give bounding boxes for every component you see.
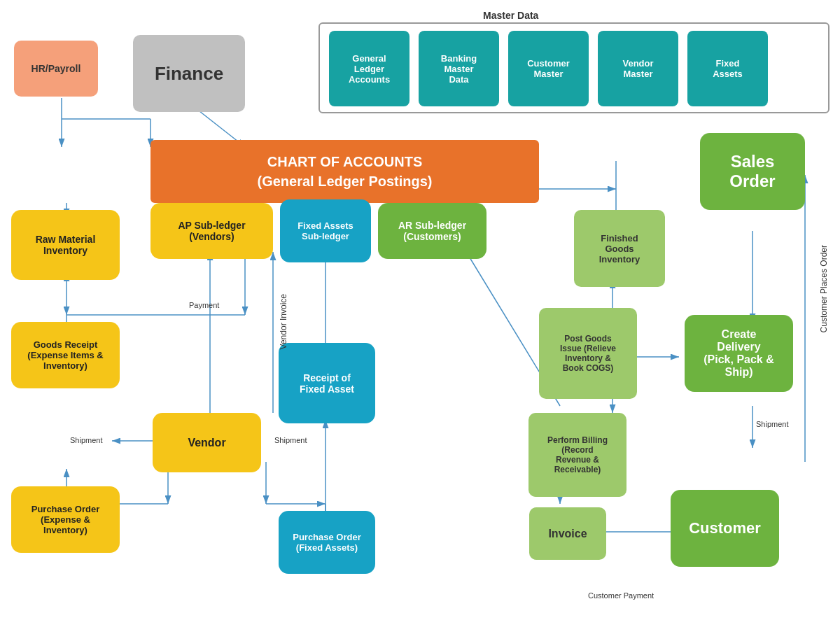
master-data-fixed-assets[interactable]: Fixed Assets	[687, 31, 768, 106]
post-goods-issue-box[interactable]: Post Goods Issue (Relieve Inventory & Bo…	[539, 308, 637, 399]
invoice-box[interactable]: Invoice	[529, 507, 606, 560]
master-data-banking[interactable]: Banking Master Data	[419, 31, 499, 106]
finance-box: Finance	[133, 35, 245, 112]
shipment2-label: Shipment	[274, 436, 307, 444]
finished-goods-box[interactable]: Finished Goods Inventory	[574, 210, 665, 287]
customer-payment-label: Customer Payment	[588, 591, 654, 600]
shipment1-label: Shipment	[70, 436, 102, 444]
payment-label: Payment	[189, 301, 219, 309]
ar-subledger-box[interactable]: AR Sub-ledger (Customers)	[378, 203, 486, 259]
goods-receipt-box[interactable]: Goods Receipt (Expense Items & Inventory…	[11, 322, 120, 388]
customer-places-order-label: Customer Places Order	[819, 245, 829, 332]
perform-billing-box[interactable]: Perform Billing (Record Revenue & Receiv…	[528, 413, 626, 497]
vendor-invoice-label: Vendor Invoice	[279, 294, 288, 349]
raw-material-box[interactable]: Raw Material Inventory	[11, 210, 120, 280]
chart-of-accounts-box: CHART OF ACCOUNTS (General Ledger Postin…	[150, 140, 539, 203]
fixed-assets-subledger-box[interactable]: Fixed Assets Sub-ledger	[280, 199, 371, 262]
purchase-order-fa-box[interactable]: Purchase Order (Fixed Assets)	[279, 511, 375, 574]
customer-box[interactable]: Customer	[671, 490, 779, 567]
master-data-vendor[interactable]: Vendor Master	[598, 31, 678, 106]
purchase-order-box[interactable]: Purchase Order (Expense & Inventory)	[11, 486, 120, 553]
ap-subledger-box[interactable]: AP Sub-ledger (Vendors)	[150, 203, 273, 259]
master-data-gl-accounts[interactable]: General Ledger Accounts	[329, 31, 410, 106]
sales-order-box[interactable]: Sales Order	[700, 133, 805, 210]
shipment3-label: Shipment	[756, 420, 788, 428]
diagram: Master Data General Ledger Accounts Bank…	[0, 0, 840, 620]
master-data-customer[interactable]: Customer Master	[508, 31, 589, 106]
vendor-box[interactable]: Vendor	[153, 413, 261, 472]
receipt-fixed-asset-box[interactable]: Receipt of Fixed Asset	[279, 343, 375, 423]
create-delivery-box[interactable]: Create Delivery (Pick, Pack & Ship)	[685, 315, 793, 392]
master-data-title: Master Data	[483, 10, 538, 21]
hr-payroll-box[interactable]: HR/Payroll	[14, 41, 98, 97]
